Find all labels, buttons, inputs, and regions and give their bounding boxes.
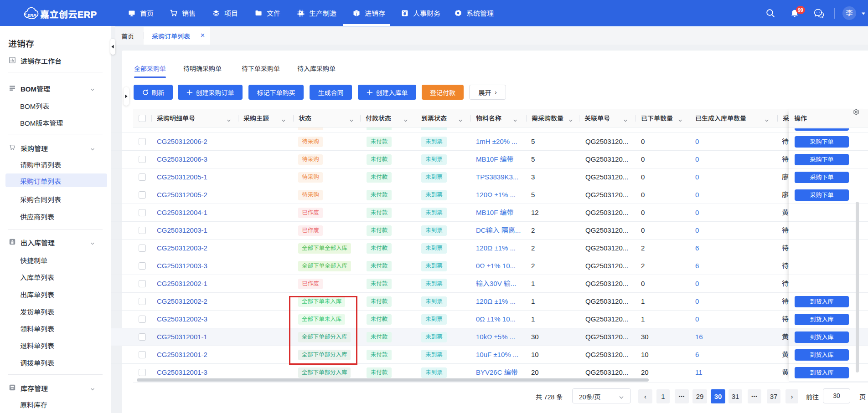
svg-text:ERP: ERP bbox=[27, 13, 36, 18]
